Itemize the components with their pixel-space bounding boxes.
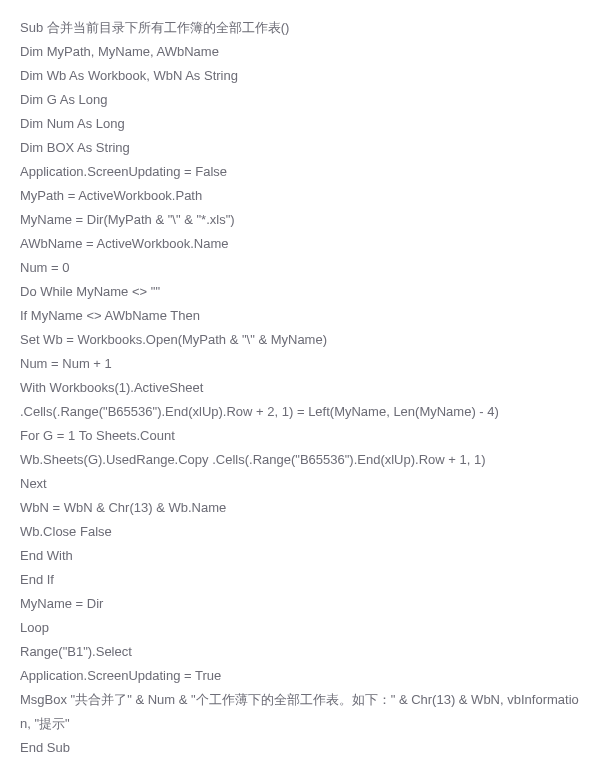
code-line: Wb.Sheets(G).UsedRange.Copy .Cells(.Rang…: [20, 448, 580, 472]
code-line: MyName = Dir: [20, 592, 580, 616]
code-line: Loop: [20, 616, 580, 640]
code-line: With Workbooks(1).ActiveSheet: [20, 376, 580, 400]
vba-code-block: Sub 合并当前目录下所有工作簿的全部工作表()Dim MyPath, MyNa…: [20, 16, 580, 760]
code-line: If MyName <> AWbName Then: [20, 304, 580, 328]
code-line: Dim MyPath, MyName, AWbName: [20, 40, 580, 64]
code-line: .Cells(.Range("B65536").End(xlUp).Row + …: [20, 400, 580, 424]
code-line: Wb.Close False: [20, 520, 580, 544]
code-line: Num = Num + 1: [20, 352, 580, 376]
code-line: Dim Num As Long: [20, 112, 580, 136]
code-line: Num = 0: [20, 256, 580, 280]
code-line: Set Wb = Workbooks.Open(MyPath & "\" & M…: [20, 328, 580, 352]
code-line: For G = 1 To Sheets.Count: [20, 424, 580, 448]
code-line: MyPath = ActiveWorkbook.Path: [20, 184, 580, 208]
code-line: End With: [20, 544, 580, 568]
code-line: WbN = WbN & Chr(13) & Wb.Name: [20, 496, 580, 520]
code-line: Dim G As Long: [20, 88, 580, 112]
code-line: End If: [20, 568, 580, 592]
code-line: MyName = Dir(MyPath & "\" & "*.xls"): [20, 208, 580, 232]
code-line: Application.ScreenUpdating = True: [20, 664, 580, 688]
code-line: Dim BOX As String: [20, 136, 580, 160]
code-line: Range("B1").Select: [20, 640, 580, 664]
code-line: Do While MyName <> "": [20, 280, 580, 304]
code-line: End Sub: [20, 736, 580, 760]
code-line: AWbName = ActiveWorkbook.Name: [20, 232, 580, 256]
code-line: MsgBox "共合并了" & Num & "个工作薄下的全部工作表。如下：" …: [20, 688, 580, 736]
code-line: Next: [20, 472, 580, 496]
code-line: Sub 合并当前目录下所有工作簿的全部工作表(): [20, 16, 580, 40]
code-line: Dim Wb As Workbook, WbN As String: [20, 64, 580, 88]
code-line: Application.ScreenUpdating = False: [20, 160, 580, 184]
